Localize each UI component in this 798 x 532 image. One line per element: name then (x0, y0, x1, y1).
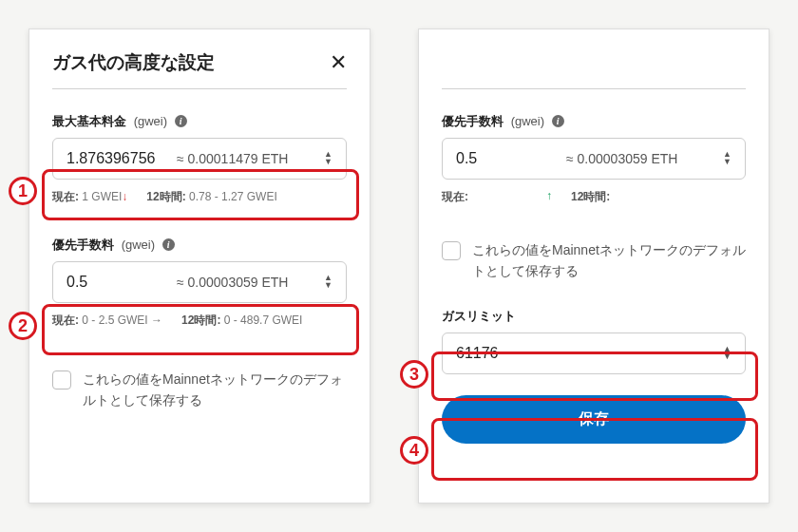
save-default-label: これらの値をMainnetネットワークのデフォルトとして保存する (83, 369, 347, 411)
priority-fee-status-right: 現在: ↑ 12時間: (442, 189, 746, 205)
info-icon[interactable]: i (162, 238, 175, 251)
advanced-gas-card-right: 優先手数料 (gwei) i 0.5 ≈ 0.00003059 ETH ▲▼ 現… (418, 28, 770, 504)
gas-limit-input[interactable]: 61176 ▲▼ (442, 332, 746, 374)
max-base-fee-eth: ≈ 0.00011479 ETH (171, 151, 316, 166)
max-base-fee-section: 最大基本料金 (gwei) i 1.876396756 ≈ 0.00011479… (52, 112, 347, 205)
arrow-right-icon: → (151, 314, 162, 327)
info-icon[interactable]: i (175, 115, 187, 127)
info-icon[interactable]: i (552, 115, 564, 127)
priority-fee-value[interactable]: 0.5 (66, 274, 171, 291)
divider (52, 88, 347, 89)
save-default-checkbox[interactable] (442, 241, 461, 260)
priority-fee-section-left: 優先手数料 (gwei) i 0.5 ≈ 0.00003059 ETH ▲▼ 現… (52, 236, 347, 329)
divider (442, 88, 746, 89)
save-button[interactable]: 保存 (442, 395, 746, 444)
priority-fee-label: 優先手数料 (gwei) i (52, 237, 175, 254)
priority-fee-input-left[interactable]: 0.5 ≈ 0.00003059 ETH ▲▼ (52, 261, 347, 303)
advanced-gas-card-left: ガス代の高度な設定 ✕ 最大基本料金 (gwei) i 1.876396756 … (28, 28, 370, 504)
stepper-icon[interactable]: ▲▼ (723, 346, 732, 361)
stepper-icon[interactable]: ▲▼ (324, 151, 332, 166)
max-base-fee-label: 最大基本料金 (gwei) i (52, 113, 187, 130)
priority-fee-section-right: 優先手数料 (gwei) i 0.5 ≈ 0.00003059 ETH ▲▼ 現… (442, 112, 746, 205)
max-base-fee-status: 現在: 1 GWEI↓ 12時間: 0.78 - 1.27 GWEI (52, 189, 347, 205)
gas-limit-section: ガスリミット 61176 ▲▼ (442, 307, 746, 374)
priority-fee-status-left: 現在: 0 - 2.5 GWEI → 12時間: 0 - 489.7 GWEI (52, 313, 347, 329)
arrow-down-icon: ↓ (122, 190, 127, 203)
arrow-up-icon: ↑ (546, 189, 552, 205)
save-default-row-left: これらの値をMainnetネットワークのデフォルトとして保存する (52, 369, 347, 411)
stepper-icon[interactable]: ▲▼ (723, 151, 732, 166)
max-base-fee-input[interactable]: 1.876396756 ≈ 0.00011479 ETH ▲▼ (52, 138, 347, 180)
gas-limit-label: ガスリミット (442, 308, 516, 325)
priority-fee-eth: ≈ 0.00003059 ETH (171, 275, 316, 290)
save-default-checkbox[interactable] (52, 370, 71, 390)
priority-fee-label: 優先手数料 (gwei) i (442, 113, 564, 130)
dialog-title: ガス代の高度な設定 (52, 50, 215, 75)
close-icon[interactable]: ✕ (330, 50, 347, 75)
priority-fee-value[interactable]: 0.5 (456, 150, 560, 167)
gas-limit-value[interactable]: 61176 (456, 345, 715, 362)
title-row: ガス代の高度な設定 ✕ (52, 50, 347, 75)
priority-fee-input-right[interactable]: 0.5 ≈ 0.00003059 ETH ▲▼ (442, 138, 746, 180)
priority-fee-eth: ≈ 0.00003059 ETH (560, 151, 715, 166)
stepper-icon[interactable]: ▲▼ (324, 275, 332, 290)
max-base-fee-value[interactable]: 1.876396756 (66, 150, 171, 167)
save-default-row-right: これらの値をMainnetネットワークのデフォルトとして保存する (442, 239, 746, 282)
save-default-label: これらの値をMainnetネットワークのデフォルトとして保存する (472, 239, 746, 282)
